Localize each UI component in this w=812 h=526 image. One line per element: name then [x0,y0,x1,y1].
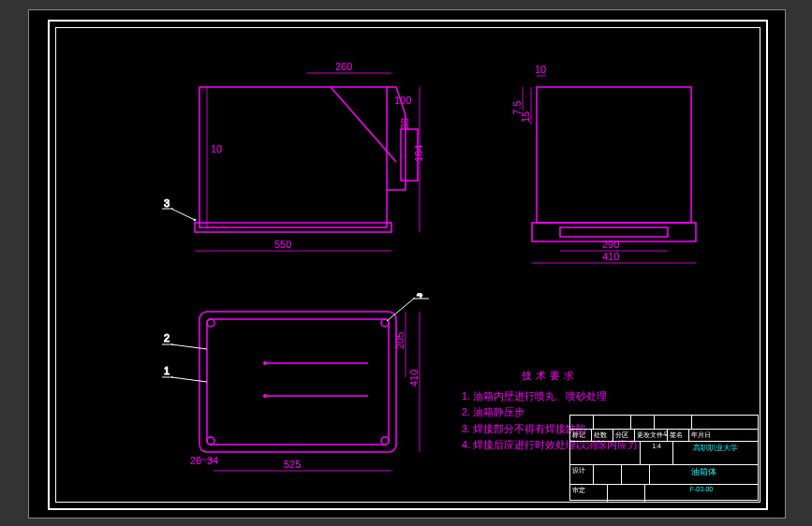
dim-290: 290 [602,239,619,250]
dim-525: 525 [284,459,301,470]
dim-26: 26 [190,455,201,466]
callout-1: 1 [164,365,170,376]
drawing-canvas: 260 10 550 100 38 184 210 388 3 [28,9,786,519]
svg-point-28 [207,437,214,445]
callout-2: 2 [164,332,170,343]
dim-38: 38 [399,118,410,129]
viewport: 260 10 550 100 38 184 210 388 3 [0,0,812,526]
notes-title: 技术要求 [462,368,638,385]
dim-10-v: 10 [211,143,222,154]
svg-point-29 [381,437,389,445]
svg-rect-18 [560,227,668,237]
dim-100: 100 [394,95,411,106]
svg-rect-25 [207,319,389,445]
dim-205: 205 [394,332,406,349]
dim-34: 34 [207,455,218,466]
tb-h1: 标记 [570,430,592,441]
front-view: 260 10 550 100 38 184 210 388 3 [162,59,424,265]
dim-260: 260 [335,61,352,72]
tb-h2: 处数 [592,430,613,441]
drawing-frame: 260 10 550 100 38 184 210 388 3 [48,20,768,510]
tb-school: 高职职业大学 [673,442,758,464]
svg-line-42 [387,298,415,321]
dim-15: 15 [520,111,531,123]
svg-line-40 [171,377,207,382]
title-block: 标记 处数 分区 更改文件号 签名 年月日 1:4 高职职业大学 设计 油箱体 [569,415,759,501]
svg-point-26 [207,319,214,327]
dim-410b: 410 [408,370,420,387]
tb-dwgno: F-03-00 [645,485,758,502]
dim-10-top: 10 [535,64,546,75]
tb-h4: 更改文件号 [635,430,668,441]
svg-point-32 [263,361,267,365]
dim-410: 410 [602,251,619,262]
svg-point-33 [263,394,267,398]
svg-point-11 [194,219,196,221]
svg-rect-0 [199,87,387,227]
side-view: 10 7.5 15 290 410 [490,59,733,265]
dim-184: 184 [413,145,424,162]
top-view: 205 410 525 26 34 2 1 4 [162,293,443,480]
tb-design: 设计 [570,465,594,484]
dim-550: 550 [274,239,291,250]
tb-scale: 1:4 [641,442,673,464]
tb-h6: 年月日 [689,430,758,441]
tb-approve: 审定 [570,485,608,502]
tb-h5: 签名 [668,430,689,441]
svg-rect-24 [199,312,396,452]
svg-rect-16 [537,87,691,223]
svg-line-10 [171,209,195,220]
note-line-1: 1. 油箱内壁进行喷丸、喷砂处理 [462,388,638,405]
tb-project: 油箱体 [650,465,758,484]
callout-3: 3 [164,197,170,209]
svg-line-38 [171,344,207,349]
tb-h3: 分区 [613,430,635,441]
